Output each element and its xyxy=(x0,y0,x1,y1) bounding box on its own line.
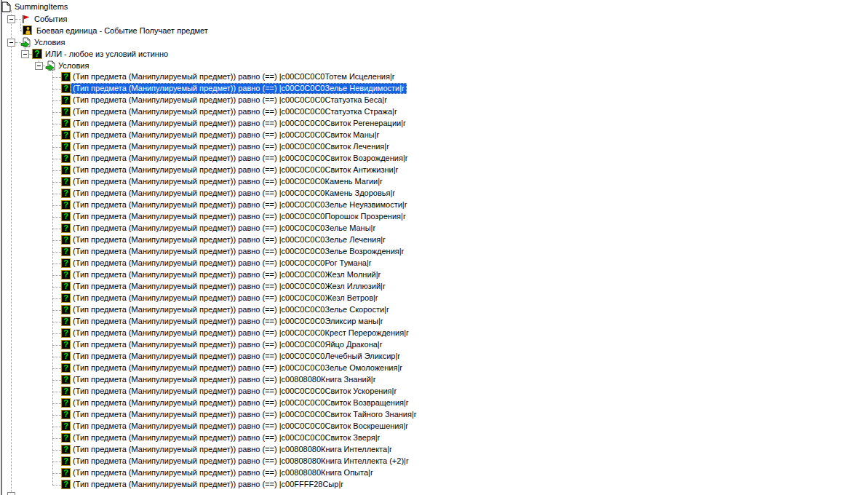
question-icon xyxy=(61,387,71,396)
question-icon xyxy=(61,95,71,105)
condition-label: (Тип предмета (Манипулируемый предмет)) … xyxy=(73,433,380,443)
tree-item-condition[interactable]: (Тип предмета (Манипулируемый предмет)) … xyxy=(0,456,868,467)
tree-line xyxy=(52,403,61,404)
condition-label: (Тип предмета (Манипулируемый предмет)) … xyxy=(73,317,383,326)
question-icon xyxy=(61,375,71,384)
tree-line xyxy=(52,485,61,486)
condition-label: (Тип предмета (Манипулируемый предмет)) … xyxy=(73,328,409,338)
tree-item-condition[interactable]: (Тип предмета (Манипулируемый предмет)) … xyxy=(0,397,868,409)
condition-label: (Тип предмета (Манипулируемый предмет)) … xyxy=(73,445,392,454)
question-icon xyxy=(61,282,71,291)
condition-label: (Тип предмета (Манипулируемый предмет)) … xyxy=(73,130,379,140)
question-icon xyxy=(61,352,71,361)
tree-line xyxy=(52,275,61,276)
tree-item-condition[interactable]: (Тип предмета (Манипулируемый предмет)) … xyxy=(0,71,868,83)
question-icon xyxy=(61,165,71,175)
tree-item-condition[interactable]: (Тип предмета (Манипулируемый предмет)) … xyxy=(0,293,868,304)
tree-line xyxy=(52,473,61,474)
tree-line xyxy=(52,450,61,451)
question-icon xyxy=(61,468,71,478)
tree-item-condition[interactable]: (Тип предмета (Манипулируемый предмет)) … xyxy=(0,444,868,456)
tree-item-condition[interactable]: (Тип предмета (Манипулируемый предмет)) … xyxy=(0,258,868,269)
trigger-name-label: SummingItems xyxy=(15,2,68,12)
question-icon xyxy=(61,363,71,373)
tree-item-condition[interactable]: (Тип предмета (Манипулируемый предмет)) … xyxy=(0,118,868,130)
tree-item-condition[interactable]: (Тип предмета (Манипулируемый предмет)) … xyxy=(0,304,868,316)
tree-line xyxy=(52,462,61,462)
question-icon xyxy=(61,410,71,419)
tree-item-condition[interactable]: (Тип предмета (Манипулируемый предмет)) … xyxy=(0,328,868,339)
tree-item-condition[interactable]: (Тип предмета (Манипулируемый предмет)) … xyxy=(0,234,868,246)
tree-item-condition[interactable]: (Тип предмета (Манипулируемый предмет)) … xyxy=(0,386,868,397)
tree-item-condition[interactable]: (Тип предмета (Манипулируемый предмет)) … xyxy=(0,95,868,106)
condition-label: (Тип предмета (Манипулируемый предмет)) … xyxy=(73,270,381,280)
tree-item-condition[interactable]: (Тип предмета (Манипулируемый предмет)) … xyxy=(0,281,868,293)
condition-label: (Тип предмета (Манипулируемый предмет)) … xyxy=(73,340,382,349)
tree-item-condition[interactable]: (Тип предмета (Манипулируемый предмет)) … xyxy=(0,339,868,351)
question-icon xyxy=(61,270,71,280)
tree-item-condition[interactable]: (Тип предмета (Манипулируемый предмет)) … xyxy=(0,432,868,444)
condition-label: (Тип предмета (Манипулируемый предмет)) … xyxy=(73,154,407,163)
conditions-category-label: Условия xyxy=(34,38,65,47)
question-icon xyxy=(61,142,71,151)
tree-line xyxy=(52,89,61,90)
tree-item-condition[interactable]: (Тип предмета (Манипулируемый предмет)) … xyxy=(0,409,868,421)
tree-item-condition[interactable]: (Тип предмета (Манипулируемый предмет)) … xyxy=(0,269,868,281)
tree-item-condition[interactable]: (Тип предмета (Манипулируемый предмет)) … xyxy=(0,130,868,141)
question-icon xyxy=(61,189,71,198)
condition-label: (Тип предмета (Манипулируемый предмет)) … xyxy=(73,165,398,175)
tree-item-condition[interactable]: (Тип предмета (Манипулируемый предмет)) … xyxy=(0,211,868,223)
question-icon xyxy=(61,305,71,314)
question-icon xyxy=(61,107,71,116)
question-icon xyxy=(61,433,71,443)
condition-label: (Тип предмета (Манипулируемый предмет)) … xyxy=(73,410,416,419)
tree-item-condition[interactable]: (Тип предмета (Манипулируемый предмет)) … xyxy=(0,199,868,211)
condition-label: (Тип предмета (Манипулируемый предмет)) … xyxy=(73,468,373,478)
tree-line xyxy=(52,322,61,322)
collapse-toggle-partial[interactable] xyxy=(7,492,15,495)
condition-label: (Тип предмета (Манипулируемый предмет)) … xyxy=(73,398,409,408)
tree-item-condition[interactable]: (Тип предмета (Манипулируемый предмет)) … xyxy=(0,374,868,386)
tree-line xyxy=(52,240,61,241)
tree-item-condition[interactable]: (Тип предмета (Манипулируемый предмет)) … xyxy=(0,106,868,118)
collapse-toggle[interactable] xyxy=(21,50,29,58)
question-icon xyxy=(61,328,71,338)
condition-label: (Тип предмета (Манипулируемый предмет)) … xyxy=(73,235,386,245)
tree-line xyxy=(52,124,61,124)
tree-item-condition[interactable]: (Тип предмета (Манипулируемый предмет)) … xyxy=(0,246,868,258)
tree-item-condition[interactable]: (Тип предмета (Манипулируемый предмет)) … xyxy=(0,165,868,176)
question-icon xyxy=(61,398,71,408)
tree-line xyxy=(52,77,61,78)
condition-label: (Тип предмета (Манипулируемый предмет)) … xyxy=(73,421,408,431)
condition-label: (Тип предмета (Манипулируемый предмет)) … xyxy=(73,223,375,233)
tree-line xyxy=(52,333,61,334)
tree-item-condition[interactable]: (Тип предмета (Манипулируемый предмет)) … xyxy=(0,176,868,188)
tree-item-condition[interactable]: (Тип предмета (Манипулируемый предмет)) … xyxy=(0,351,868,363)
collapse-toggle[interactable] xyxy=(7,15,15,23)
collapse-toggle[interactable] xyxy=(35,62,43,70)
tree-line xyxy=(52,380,61,381)
tree-item-condition[interactable]: (Тип предмета (Манипулируемый предмет)) … xyxy=(0,83,868,95)
question-icon xyxy=(61,293,71,303)
tree-item-condition[interactable]: (Тип предмета (Манипулируемый предмет)) … xyxy=(0,479,868,491)
question-icon xyxy=(32,49,42,59)
tree-item-condition[interactable]: (Тип предмета (Манипулируемый предмет)) … xyxy=(0,363,868,374)
question-icon xyxy=(61,480,71,489)
condition-label: (Тип предмета (Манипулируемый предмет)) … xyxy=(73,95,387,105)
question-icon xyxy=(61,317,71,326)
tree-line xyxy=(52,217,61,218)
tree-item-condition[interactable]: (Тип предмета (Манипулируемый предмет)) … xyxy=(0,223,868,234)
collapse-toggle[interactable] xyxy=(7,39,15,47)
tree-item-condition[interactable]: (Тип предмета (Манипулируемый предмет)) … xyxy=(0,188,868,199)
tree-line xyxy=(52,287,61,288)
tree-item-condition[interactable]: (Тип предмета (Манипулируемый предмет)) … xyxy=(0,141,868,153)
tree-line xyxy=(52,159,61,159)
trigger-editor-tree-panel: SummingItems События Боевая единица - Со… xyxy=(0,0,868,495)
tree-item-condition[interactable]: (Тип предмета (Манипулируемый предмет)) … xyxy=(0,421,868,432)
condition-label: (Тип предмета (Манипулируемый предмет)) … xyxy=(73,352,400,361)
tree-item-condition[interactable]: (Тип предмета (Манипулируемый предмет)) … xyxy=(0,467,868,479)
tree-item-condition[interactable]: (Тип предмета (Манипулируемый предмет)) … xyxy=(0,316,868,328)
condition-label: (Тип предмета (Манипулируемый предмет)) … xyxy=(73,305,389,314)
tree-line xyxy=(52,415,61,416)
tree-item-condition[interactable]: (Тип предмета (Манипулируемый предмет)) … xyxy=(0,153,868,165)
